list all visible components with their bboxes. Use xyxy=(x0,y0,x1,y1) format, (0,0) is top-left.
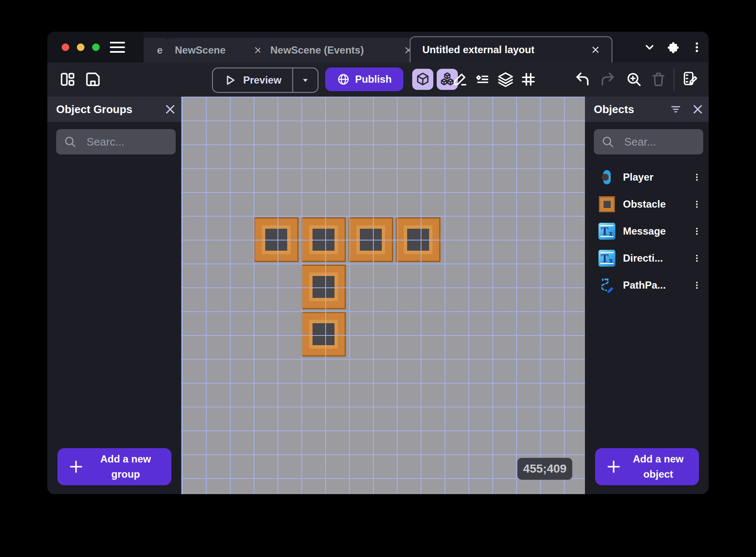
object-name: Directi... xyxy=(623,252,688,264)
titlebar-right-icons xyxy=(638,32,709,62)
toolbar-divider xyxy=(674,68,674,91)
add-object-line1: Add a new xyxy=(633,453,683,465)
tab-newscene-label: NewScene xyxy=(175,44,226,56)
object-name: Obstacle xyxy=(623,198,688,210)
screenshot-stage: e NewScene NewScene (Events) Untitled ex… xyxy=(0,0,756,557)
obstacle-instance[interactable] xyxy=(301,312,346,357)
obstacle-instance[interactable] xyxy=(301,217,346,262)
object-kebab-icon[interactable] xyxy=(688,168,706,187)
object-kebab-icon[interactable] xyxy=(688,249,706,268)
objects-search-input[interactable] xyxy=(623,135,696,149)
tile-layer xyxy=(181,97,585,494)
add-object-button[interactable]: Add a new object xyxy=(595,448,699,485)
obstacle-instance[interactable] xyxy=(254,217,299,262)
object-row-pathpaint[interactable]: PathPa... xyxy=(585,272,709,299)
object-groups-header: Object Groups xyxy=(47,97,181,122)
objects-header: Objects xyxy=(585,97,709,122)
app-window: e NewScene NewScene (Events) Untitled ex… xyxy=(47,32,709,494)
tab-newscene-events-label: NewScene (Events) xyxy=(270,44,364,56)
object-groups-search[interactable] xyxy=(56,129,176,154)
path-paint-icon xyxy=(598,276,616,295)
object-row-message[interactable]: Tx Message xyxy=(585,218,709,245)
tab-untitled-external-layout-label: Untitled external layout xyxy=(422,44,534,56)
preview-options-caret-icon[interactable] xyxy=(293,68,318,92)
main-menu-icon[interactable] xyxy=(110,39,127,56)
layers-icon[interactable] xyxy=(497,71,514,87)
tab-partial-label: e xyxy=(157,44,163,56)
object-groups-search-input[interactable] xyxy=(86,135,168,149)
object-name: Player xyxy=(623,171,688,183)
redo-icon[interactable] xyxy=(599,71,616,87)
objects-empty-body xyxy=(585,299,709,448)
add-group-button[interactable]: Add a new group xyxy=(57,448,171,485)
object-groups-empty-body xyxy=(47,154,181,448)
object-name: Message xyxy=(623,225,688,237)
titlebar: e NewScene NewScene (Events) Untitled ex… xyxy=(47,32,709,62)
object-row-player[interactable]: Player xyxy=(585,164,709,191)
chevron-down-icon[interactable] xyxy=(638,35,661,59)
player-icon xyxy=(598,168,616,187)
toolbar: Preview Publish xyxy=(47,62,709,97)
undo-icon[interactable] xyxy=(574,71,591,87)
zoom-in-icon[interactable] xyxy=(625,71,642,87)
publish-button[interactable]: Publish xyxy=(325,68,403,91)
toggle-project-panel-icon[interactable] xyxy=(59,71,76,87)
obstacle-instance[interactable] xyxy=(301,265,346,309)
preview-label: Preview xyxy=(243,74,282,86)
tab-newscene[interactable]: NewScene xyxy=(166,38,273,62)
maximize-window-button[interactable] xyxy=(92,43,100,51)
cursor-coordinates-badge: 455;409 xyxy=(517,458,572,480)
play-icon xyxy=(224,74,237,87)
delete-trash-icon[interactable] xyxy=(650,71,667,87)
close-window-button[interactable] xyxy=(62,43,69,51)
instructions-list-icon[interactable] xyxy=(473,71,490,87)
publish-label: Publish xyxy=(355,73,392,85)
edit-pencil-icon[interactable] xyxy=(451,71,468,87)
plus-icon xyxy=(598,459,630,474)
obstacle-icon xyxy=(598,195,616,214)
extensions-puzzle-icon[interactable] xyxy=(661,35,685,59)
text-object-icon: Tx xyxy=(598,249,616,268)
scene-canvas[interactable]: 455;409 xyxy=(181,97,585,494)
grid-icon[interactable] xyxy=(520,71,537,87)
close-panel-icon[interactable] xyxy=(159,98,181,120)
preview-main[interactable]: Preview xyxy=(213,68,292,92)
window-controls-zone xyxy=(47,32,144,62)
plus-icon xyxy=(60,459,92,474)
object-row-direction[interactable]: Tx Directi... xyxy=(585,245,709,272)
main-area: Object Groups Add a new grou xyxy=(47,97,709,494)
edit-scene-notes-icon[interactable] xyxy=(681,70,699,87)
obstacle-instance[interactable] xyxy=(396,217,441,262)
add-group-line1: Add a new xyxy=(100,453,151,465)
save-icon[interactable] xyxy=(84,71,101,87)
add-object-line2: object xyxy=(643,468,673,480)
search-icon xyxy=(64,135,76,148)
object-name: PathPa... xyxy=(623,279,688,291)
object-kebab-icon[interactable] xyxy=(688,222,706,241)
minimize-window-button[interactable] xyxy=(77,43,84,51)
more-options-kebab-icon[interactable] xyxy=(685,35,709,59)
tab-newscene-events[interactable]: NewScene (Events) xyxy=(260,38,424,62)
object-kebab-icon[interactable] xyxy=(688,195,706,214)
traffic-lights xyxy=(62,43,100,51)
object-groups-title: Object Groups xyxy=(56,103,159,116)
objects-list: Player Obstacle xyxy=(585,164,709,299)
object-kebab-icon[interactable] xyxy=(688,276,706,295)
objects-panel: Objects xyxy=(585,97,709,494)
text-object-icon: Tx xyxy=(598,222,616,241)
search-icon xyxy=(601,135,614,148)
objects-title: Objects xyxy=(594,103,665,116)
filter-icon[interactable] xyxy=(665,98,687,120)
tab-untitled-external-layout[interactable]: Untitled external layout xyxy=(410,36,612,62)
object-row-obstacle[interactable]: Obstacle xyxy=(585,191,709,218)
tab-close-icon[interactable] xyxy=(587,41,604,58)
objects-search[interactable] xyxy=(594,129,703,154)
close-panel-icon[interactable] xyxy=(687,98,709,120)
preview-button[interactable]: Preview xyxy=(212,68,318,93)
obstacle-instance[interactable] xyxy=(348,217,393,262)
edit-objects-mode-icon[interactable] xyxy=(412,69,433,90)
globe-icon xyxy=(337,73,350,86)
add-group-line2: group xyxy=(111,468,140,480)
object-groups-panel: Object Groups Add a new grou xyxy=(47,97,181,494)
